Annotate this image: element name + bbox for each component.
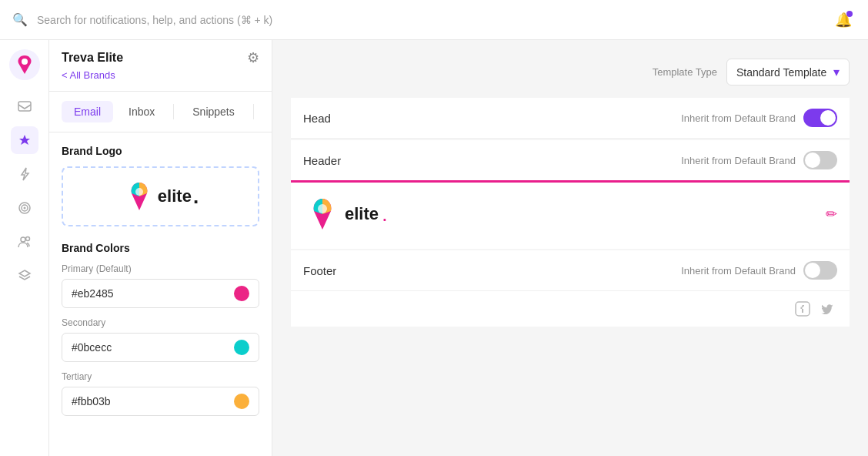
- head-toggle[interactable]: [803, 109, 837, 127]
- notifications-bell[interactable]: 🔔: [831, 8, 856, 32]
- content-area: Template Type Standard Template ▾ Head I…: [272, 40, 868, 456]
- nav-item-layers[interactable]: [11, 262, 38, 290]
- nav-item-inbox[interactable]: [11, 92, 38, 120]
- primary-color-input[interactable]: [72, 287, 228, 300]
- brand-logo-upload[interactable]: elite.: [62, 166, 259, 226]
- brand-colors-title: Brand Colors: [62, 242, 259, 254]
- header-section-title: Header: [303, 154, 681, 167]
- template-type-row: Template Type Standard Template ▾: [291, 59, 850, 86]
- svg-point-6: [21, 237, 25, 242]
- secondary-color-label: Secondary: [62, 317, 259, 328]
- elite-logo-small: elite.: [122, 179, 199, 213]
- footer-section-header: Footer Inherit from Default Brand: [291, 250, 850, 291]
- svg-point-1: [22, 59, 28, 65]
- tab-divider-2: [253, 104, 254, 119]
- left-nav: [0, 40, 49, 456]
- head-inherit-label: Inherit from Default Brand: [681, 112, 796, 124]
- secondary-color-input[interactable]: [72, 341, 228, 354]
- footer-preview-content: [291, 291, 850, 327]
- head-section-title: Head: [303, 112, 681, 125]
- tab-inbox[interactable]: Inbox: [116, 101, 167, 122]
- nav-item-lightning[interactable]: [11, 160, 38, 188]
- gear-button[interactable]: ⚙: [247, 49, 259, 66]
- header-toggle-knob: [805, 153, 820, 168]
- template-type-label: Template Type: [653, 66, 717, 78]
- primary-color-input-row[interactable]: [62, 279, 259, 308]
- logo-preview: elite.: [122, 177, 199, 216]
- tab-snippets[interactable]: Snippets: [180, 101, 246, 122]
- tab-email[interactable]: Email: [62, 101, 113, 122]
- svg-point-8: [135, 188, 143, 196]
- primary-color-label: Primary (Default): [62, 263, 259, 274]
- edit-header-icon[interactable]: ✏: [826, 206, 837, 223]
- tertiary-color-input[interactable]: [72, 395, 228, 407]
- svg-point-9: [318, 204, 327, 213]
- elite-logo-text: elite: [345, 204, 379, 224]
- tab-preview[interactable]: Preview: [260, 101, 272, 122]
- tertiary-color-input-row[interactable]: [62, 387, 259, 416]
- template-type-select[interactable]: Standard Template ▾: [726, 59, 850, 86]
- brand-header: Treva Elite ⚙ All Brands: [49, 40, 272, 92]
- header-section-header: Header Inherit from Default Brand: [291, 140, 850, 180]
- secondary-color-input-row[interactable]: [62, 333, 259, 362]
- back-to-brands-link[interactable]: All Brands: [62, 69, 115, 81]
- twitter-icon: [820, 300, 837, 317]
- svg-point-5: [23, 207, 25, 210]
- header-toggle[interactable]: [803, 151, 837, 169]
- secondary-color-swatch: [234, 340, 249, 355]
- svg-point-7: [25, 237, 29, 241]
- tertiary-color-swatch: [234, 394, 249, 409]
- brand-name: Treva Elite: [62, 51, 123, 65]
- footer-toggle[interactable]: [803, 261, 837, 280]
- header-preview-content: elite. ✏: [291, 180, 850, 249]
- head-toggle-knob: [820, 110, 836, 126]
- topbar: 🔍 Search for notifications, help, and ac…: [0, 0, 868, 40]
- footer-toggle-knob: [805, 263, 820, 278]
- app-logo[interactable]: [9, 49, 40, 80]
- header-inherit-label: Inherit from Default Brand: [681, 155, 796, 166]
- footer-section-title: Footer: [303, 264, 681, 277]
- main-layout: Treva Elite ⚙ All Brands Email Inbox Sni…: [0, 40, 868, 456]
- sidebar: Treva Elite ⚙ All Brands Email Inbox Sni…: [49, 40, 272, 456]
- tertiary-color-label: Tertiary: [62, 371, 259, 382]
- nav-item-target[interactable]: [11, 194, 38, 222]
- dropdown-icon: ▾: [833, 65, 840, 79]
- header-elite-logo: elite.: [303, 195, 388, 233]
- notification-dot: [846, 11, 853, 17]
- tab-divider: [173, 104, 174, 119]
- head-section: Head Inherit from Default Brand: [291, 98, 850, 139]
- nav-item-brand[interactable]: [11, 126, 38, 154]
- footer-section: Footer Inherit from Default Brand: [291, 250, 850, 327]
- brand-logo-title: Brand Logo: [62, 145, 259, 157]
- header-section: Header Inherit from Default Brand elite.: [291, 140, 850, 249]
- facebook-icon: [794, 300, 811, 317]
- tab-bar: Email Inbox Snippets Preview: [49, 92, 272, 132]
- elite-logo-dot: .: [382, 203, 388, 225]
- template-type-value: Standard Template: [736, 66, 826, 79]
- footer-inherit-label: Inherit from Default Brand: [681, 265, 796, 277]
- primary-color-swatch: [234, 286, 249, 301]
- nav-item-users[interactable]: [11, 228, 38, 256]
- head-section-header: Head Inherit from Default Brand: [291, 98, 850, 139]
- search-icon: 🔍: [12, 12, 28, 27]
- search-placeholder[interactable]: Search for notifications, help, and acti…: [37, 14, 822, 26]
